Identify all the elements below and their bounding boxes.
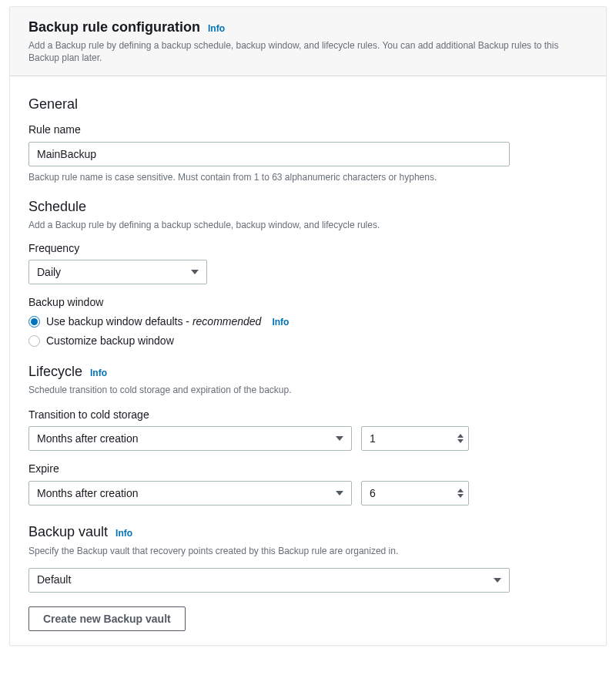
- option-defaults-label: Use backup window defaults - recommended: [46, 314, 261, 329]
- option-custom-label: Customize backup window: [46, 334, 174, 348]
- chevron-down-icon: [457, 494, 464, 498]
- chevron-down-icon: [191, 270, 199, 274]
- create-vault-button[interactable]: Create new Backup vault: [28, 606, 186, 631]
- backup-window-option-custom[interactable]: Customize backup window: [28, 334, 588, 348]
- chevron-down-icon: [457, 439, 464, 443]
- vault-select[interactable]: Default: [28, 568, 510, 593]
- cold-storage-label: Transition to cold storage: [28, 408, 588, 422]
- expire-unit-select[interactable]: Months after creation: [28, 481, 352, 506]
- backup-rule-config-panel: Backup rule configuration Info Add a Bac…: [9, 6, 607, 646]
- frequency-label: Frequency: [28, 241, 588, 256]
- backup-window-label: Backup window: [28, 295, 588, 310]
- expire-label: Expire: [28, 462, 588, 476]
- schedule-heading: Schedule: [28, 197, 588, 216]
- backup-window-option-defaults[interactable]: Use backup window defaults - recommended…: [28, 314, 588, 329]
- general-heading: General: [28, 95, 588, 113]
- vault-desc: Specify the Backup vault that recovery p…: [28, 545, 588, 557]
- radio-icon: [28, 316, 40, 328]
- frequency-value: Daily: [37, 265, 61, 280]
- cold-storage-value: 1: [370, 432, 457, 446]
- rule-name-label: Rule name: [28, 123, 588, 137]
- section-backup-vault: Backup vault Info Specify the Backup vau…: [28, 522, 588, 630]
- panel-info-link[interactable]: Info: [208, 22, 225, 35]
- number-stepper[interactable]: [457, 489, 464, 498]
- radio-icon: [28, 335, 40, 347]
- expire-unit-value: Months after creation: [37, 486, 139, 501]
- lifecycle-desc: Schedule transition to cold storage and …: [28, 384, 588, 396]
- chevron-up-icon: [457, 434, 464, 438]
- schedule-desc: Add a Backup rule by defining a backup s…: [28, 219, 588, 231]
- backup-window-info-link[interactable]: Info: [272, 316, 289, 328]
- lifecycle-heading: Lifecycle: [28, 362, 82, 381]
- section-schedule: Schedule Add a Backup rule by defining a…: [28, 197, 588, 348]
- rule-name-help: Backup rule name is case sensitive. Must…: [28, 171, 588, 183]
- chevron-down-icon: [336, 436, 343, 441]
- vault-info-link[interactable]: Info: [116, 527, 132, 539]
- cold-storage-unit-select[interactable]: Months after creation: [28, 426, 352, 451]
- section-lifecycle: Lifecycle Info Schedule transition to co…: [28, 362, 588, 506]
- chevron-down-icon: [336, 491, 343, 495]
- lifecycle-info-link[interactable]: Info: [90, 367, 107, 379]
- backup-window-radio-group: Use backup window defaults - recommended…: [28, 314, 588, 348]
- panel-header: Backup rule configuration Info Add a Bac…: [10, 7, 606, 76]
- section-general: General Rule name Backup rule name is ca…: [28, 95, 588, 183]
- vault-heading: Backup vault: [28, 522, 108, 541]
- rule-name-input[interactable]: [28, 142, 510, 166]
- chevron-down-icon: [494, 578, 501, 583]
- expire-value-input[interactable]: 6: [361, 481, 469, 506]
- panel-description: Add a Backup rule by defining a backup s…: [28, 39, 588, 64]
- expire-value: 6: [370, 486, 457, 501]
- vault-selected-value: Default: [37, 573, 71, 587]
- number-stepper[interactable]: [457, 434, 464, 443]
- cold-storage-value-input[interactable]: 1: [361, 426, 469, 451]
- panel-title: Backup rule configuration: [28, 18, 200, 36]
- cold-storage-unit-value: Months after creation: [37, 432, 139, 446]
- chevron-up-icon: [457, 489, 464, 492]
- frequency-select[interactable]: Daily: [28, 260, 207, 284]
